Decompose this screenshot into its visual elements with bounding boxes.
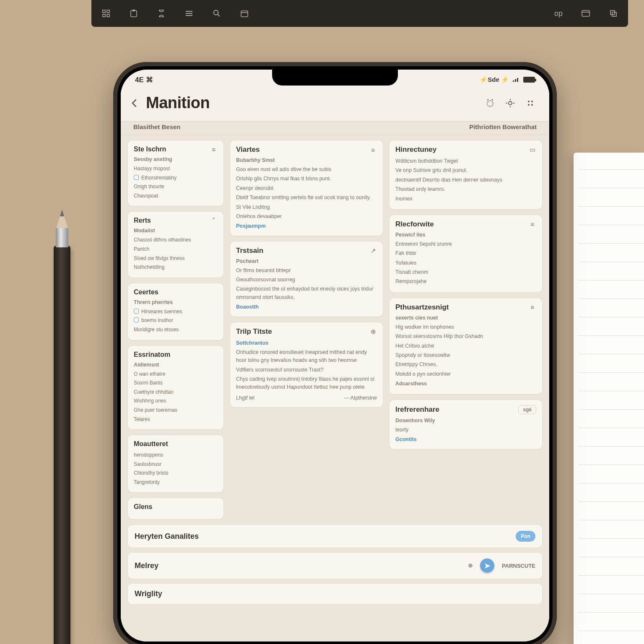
- card[interactable]: Glens: [127, 498, 224, 519]
- card-action-icon[interactable]: ≡: [369, 146, 377, 153]
- card[interactable]: Rlecforwite≡Peswicf itesEntreennl Sepsht…: [389, 215, 543, 293]
- card-action-icon[interactable]: ˅: [210, 217, 218, 224]
- toolbar-duplicate-icon[interactable]: [609, 9, 618, 18]
- card-line: Rempsrojahe: [395, 278, 426, 286]
- card-line: Sised ow fitvigs thness: [134, 254, 184, 262]
- card-subtitle: Sessby ansting: [134, 156, 218, 162]
- card-subtitle: Bubarbhy Smst: [236, 157, 377, 163]
- card[interactable]: Trstsain↗PocheartOr ftims besantd bhtepr…: [230, 241, 383, 317]
- card-line: Onigh thourte: [134, 183, 164, 191]
- sun-icon[interactable]: [503, 96, 517, 110]
- card-body: O wan ethatreSosrm BantsCuethyre chhdtan…: [134, 370, 218, 423]
- card-action-icon[interactable]: ▭: [529, 146, 536, 153]
- card-line: Het Cribvo alche: [395, 342, 434, 350]
- card-line: Orlship gils Chrrys mal fkas tt bisns pu…: [236, 175, 331, 183]
- card-title: Rerts: [134, 217, 151, 224]
- card-line: Chassst dithns othastines: [134, 236, 191, 244]
- card-subtitle-2: Adcarsthess: [395, 381, 536, 387]
- toolbar-search-icon[interactable]: [212, 9, 221, 18]
- card-title: Irefrerenhare: [395, 405, 439, 414]
- alarm-icon[interactable]: [483, 96, 497, 110]
- card-title: Hinrectuney: [395, 145, 436, 154]
- card-action-icon[interactable]: ≡: [529, 221, 536, 228]
- card-line: O wan ethatre: [134, 370, 165, 378]
- settings-icon[interactable]: [523, 96, 538, 110]
- card-action-icon[interactable]: ⊕: [369, 328, 377, 335]
- card-line: Onhudice ronored eonslteuet lneaprsed mi…: [236, 348, 377, 365]
- card-line: Inomex: [395, 195, 413, 203]
- card-line: Saulssbnusr: [134, 460, 161, 468]
- svg-point-17: [487, 101, 493, 106]
- card-link[interactable]: Gcontits: [395, 436, 536, 444]
- pill-button[interactable]: Pon: [516, 531, 535, 542]
- card-line: Spopndy or ltosesswitw: [395, 351, 450, 359]
- card-line: herodoppens: [134, 451, 163, 459]
- card[interactable]: CeertesThrern pherrtesHirseares tuennesb…: [127, 283, 224, 340]
- main-content[interactable]: Ste Ischrn≡Sessby anstingHastayy mopostE…: [121, 135, 549, 641]
- card-line: Ethorstrentatiny: [141, 174, 177, 182]
- svg-rect-13: [582, 10, 589, 16]
- card-line: Oniehos devaabper: [236, 213, 282, 221]
- card-link[interactable]: Sottchrantus: [236, 339, 377, 347]
- toolbar-list-icon[interactable]: [184, 9, 194, 18]
- right-column: Hinrectuney▭Wdtlicsm bothddtion TwgetVe …: [389, 140, 543, 519]
- wide-row-title: Melrey: [135, 561, 158, 570]
- card-action-icon[interactable]: ≡: [210, 146, 218, 153]
- svg-point-24: [531, 101, 533, 102]
- card-subtitle: Dosenhors Wily: [395, 418, 536, 423]
- card[interactable]: Viartes≡Bubarbhy SmstGoo eiren nust wil …: [230, 140, 383, 236]
- toolbar-window-icon[interactable]: [581, 9, 590, 18]
- svg-rect-11: [241, 11, 248, 17]
- toolbar-calendar-icon[interactable]: [240, 9, 249, 18]
- card-action-icon[interactable]: ↗: [369, 247, 377, 254]
- status-left: 4E ⌘: [135, 75, 153, 84]
- card[interactable]: Trilp Titste⊕SottchrantusOnhudice ronore…: [230, 322, 383, 408]
- card[interactable]: MoautteretherodoppensSaulssbnusrChiondhy…: [127, 435, 224, 493]
- card-title: Glens: [134, 503, 152, 511]
- card-line: Wdtlicsm bothddtion Twget: [395, 157, 458, 165]
- svg-rect-3: [107, 14, 109, 17]
- card-subtitle: Aidiemsnt: [134, 362, 218, 368]
- app-header: Manition: [121, 90, 549, 121]
- card-line: Etretrippy Chrses.: [395, 361, 437, 369]
- wide-row-title: Heryten Ganalites: [135, 532, 199, 541]
- card-title: Trstsain: [236, 247, 263, 255]
- card-body: Hig wodker im isnphonesWorsst skersstosm…: [395, 323, 536, 378]
- card[interactable]: Pthusartzesnigt≡sexerts cies nuetHig wod…: [389, 298, 543, 395]
- card-subtitle: Modaiist: [134, 228, 218, 234]
- desk-notepad: [574, 153, 644, 644]
- card-line: Hirseares tuennes: [141, 308, 182, 316]
- section-labels: Blasithet Besen Pithriotten Bowerathat: [121, 121, 549, 135]
- card-line: Hig wodker im isnphones: [395, 323, 454, 331]
- page-title: Manition: [146, 94, 210, 112]
- toolbar-hourglass-icon[interactable]: [157, 9, 166, 18]
- wide-row[interactable]: Melrey➤PARNSCUTE: [127, 552, 543, 579]
- card[interactable]: IrefrerenharesgéDosenhors WilyteortyGcon…: [389, 400, 543, 449]
- back-button[interactable]: [129, 98, 140, 109]
- svg-point-18: [509, 101, 512, 105]
- card-line: Vdlfiers scornseotuf ororrouste Trast?: [236, 366, 323, 374]
- card-link[interactable]: Posjaumpm: [236, 222, 377, 230]
- toolbar-grid-icon[interactable]: [101, 9, 111, 18]
- fab-play-icon[interactable]: ➤: [480, 558, 494, 573]
- checkbox-icon[interactable]: [134, 317, 139, 322]
- card[interactable]: Hinrectuney▭Wdtlicsm bothddtion TwgetVe …: [389, 140, 543, 210]
- wide-row[interactable]: Wriglity: [127, 583, 543, 605]
- card-title: Essrinatom: [134, 351, 170, 358]
- card[interactable]: Ste Ischrn≡Sessby anstingHastayy mopostE…: [127, 140, 224, 206]
- checkbox-icon[interactable]: [134, 309, 139, 314]
- wide-row[interactable]: Heryten GanalitesPon: [127, 525, 543, 548]
- toolbar-clipboard-icon[interactable]: [129, 9, 138, 18]
- checkbox-icon[interactable]: [134, 175, 139, 180]
- card-body: Or ftims besantd bhteprGeouthcorsovnat s…: [236, 267, 377, 302]
- card[interactable]: Rerts˅ModaiistChassst dithns othastinesP…: [127, 211, 224, 278]
- card-title: Moautteret: [134, 440, 168, 448]
- card-action-icon[interactable]: ≡: [529, 304, 536, 311]
- card-line: Wishhrrg ones: [134, 397, 166, 405]
- card[interactable]: EssrinatomAidiemsntO wan ethatreSosrm Ba…: [127, 345, 224, 430]
- card-body: herodoppensSaulssbnusrChiondhy bristsTan…: [134, 451, 218, 486]
- card-link[interactable]: Boaostth: [236, 303, 377, 311]
- card-body: teorty: [395, 426, 536, 434]
- status-dot-icon: [468, 564, 473, 568]
- card-subtitle: sexerts cies nuet: [395, 315, 536, 321]
